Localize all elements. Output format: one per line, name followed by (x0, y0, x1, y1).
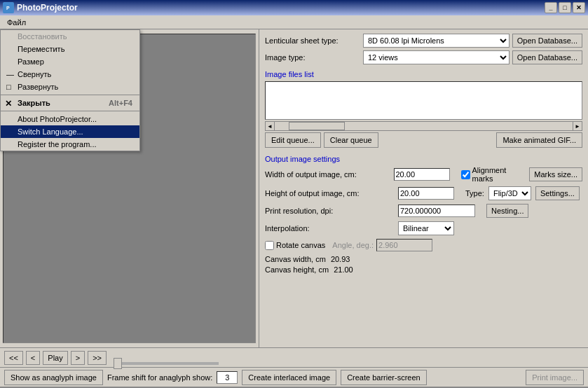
angle-label: Angle, deg.: (332, 241, 374, 249)
settings-button[interactable]: Settings... (535, 186, 580, 200)
width-row: Width of output image, cm: Alignment mar… (265, 166, 582, 183)
dropdown-item-move[interactable]: Переместить (1, 43, 139, 55)
frame-shift-label: Frame shift for anaglyph show: (107, 373, 212, 382)
interpolation-select[interactable]: Bilinear (398, 221, 454, 235)
frame-shift-input[interactable] (217, 371, 238, 384)
nesting-button[interactable]: Nesting... (486, 204, 528, 218)
print-image-button[interactable]: Print image... (526, 370, 584, 385)
dropdown-menu: Восстановить Переместить Размер — Сверну… (0, 29, 140, 151)
dropdown-item-size[interactable]: Размер (1, 55, 139, 68)
play-button[interactable]: Play (43, 351, 67, 365)
scroll-left-btn[interactable]: ◄ (265, 121, 275, 131)
open-db1-button[interactable]: Open Database... (512, 34, 582, 48)
svg-text:P: P (6, 6, 10, 11)
alignment-row: Alignment marks Marks size... (461, 166, 583, 183)
canvas-width-info: Canvas width, cm 20.93 (265, 255, 582, 263)
alignment-label: Alignment marks (472, 166, 526, 183)
edit-queue-button[interactable]: Edit queue... (265, 132, 321, 148)
resolution-row: Print resolution, dpi: Nesting... (265, 204, 582, 218)
separator-1 (1, 95, 139, 95)
rotate-checkbox-label[interactable]: Rotate canvas (265, 241, 325, 250)
resolution-label: Print resolution, dpi: (265, 207, 398, 215)
restore-button[interactable]: □ (559, 2, 571, 13)
dropdown-item-register[interactable]: Register the program... (1, 138, 139, 151)
height-row: Height of output image, cm: Type: Flip/3… (265, 186, 582, 200)
action-bar: Show as anaglyph image Frame shift for a… (0, 367, 588, 387)
width-label: Width of output image, cm: (265, 170, 394, 179)
horiz-scrollbar[interactable]: ◄ ► (265, 121, 582, 131)
dropdown-item-minimize[interactable]: — Свернуть (1, 68, 139, 81)
rotate-row: Rotate canvas Angle, deg.: (265, 239, 582, 251)
show-anaglyph-button[interactable]: Show as anaglyph image (4, 370, 103, 385)
forward-button[interactable]: > (71, 351, 85, 365)
width-input[interactable] (394, 168, 450, 181)
separator-2 (1, 111, 139, 111)
dropdown-item-switch-language[interactable]: Switch Language... (1, 125, 139, 138)
alignment-checkbox-label[interactable]: Alignment marks (461, 166, 526, 183)
create-interlaced-button[interactable]: Create interlaced image (242, 370, 336, 385)
create-barrier-button[interactable]: Create barrier-screen (341, 370, 427, 385)
height-label: Height of output image, cm: (265, 189, 398, 198)
dropdown-item-restore[interactable]: Восстановить (1, 30, 139, 43)
interpolation-label: Interpolation: (265, 224, 398, 233)
slider-thumb[interactable] (114, 358, 122, 369)
height-input[interactable] (398, 187, 454, 200)
alignment-checkbox[interactable] (461, 170, 470, 179)
interpolation-row: Interpolation: Bilinear (265, 221, 582, 235)
lenticular-select[interactable]: 8D 60.08 lpi Microlens (363, 34, 510, 48)
close-button[interactable]: ✕ (573, 2, 585, 13)
scroll-thumb[interactable] (289, 122, 345, 130)
image-type-row: Image type: 12 views Open Database... (265, 50, 582, 64)
canvas-height-info: Canvas height, cm 21.00 (265, 265, 582, 274)
open-db2-button[interactable]: Open Database... (512, 50, 582, 64)
output-title: Output image settings (265, 155, 582, 163)
menu-bar: Файл Восстановить Переместить Размер — С… (0, 15, 588, 29)
app-icon: P (3, 2, 14, 13)
minimize-button[interactable]: _ (545, 2, 557, 13)
type-row: Type: Flip/3D Settings... (465, 186, 580, 200)
marks-size-button[interactable]: Marks size... (529, 167, 582, 181)
image-type-select[interactable]: 12 views (363, 50, 510, 64)
nesting-row: Nesting... (486, 204, 528, 218)
files-list-buttons: Edit queue... Clear queue Make animated … (265, 132, 582, 148)
menu-item-file[interactable]: Файл (3, 17, 30, 28)
type-select[interactable]: Flip/3D (488, 186, 531, 200)
scroll-right-btn[interactable]: ► (573, 121, 582, 131)
image-type-label: Image type: (265, 53, 363, 62)
make-gif-button[interactable]: Make animated GIF... (496, 132, 582, 148)
rewind-button[interactable]: < (26, 351, 40, 365)
playback-bar: << < Play > >> (0, 347, 588, 367)
dropdown-item-maximize[interactable]: □ Развернуть (1, 81, 139, 93)
rotate-checkbox[interactable] (265, 241, 274, 250)
window-title: PhotoProjector (17, 3, 78, 13)
rotate-label: Rotate canvas (276, 241, 325, 249)
angle-input[interactable] (376, 239, 432, 251)
type-label: Type: (465, 189, 484, 198)
lenticular-label: Lenticular sheet type: (265, 36, 363, 45)
dropdown-item-about[interactable]: About PhotoProjector... (1, 113, 139, 125)
lenticular-row: Lenticular sheet type: 8D 60.08 lpi Micr… (265, 34, 582, 48)
dropdown-item-close[interactable]: ✕ Закрыть Alt+F4 (1, 97, 139, 109)
right-panel: Lenticular sheet type: 8D 60.08 lpi Micr… (259, 29, 588, 347)
files-list-title: Image files list (265, 70, 582, 78)
clear-queue-button[interactable]: Clear queue (324, 132, 378, 148)
resolution-input[interactable] (398, 205, 475, 217)
rewind-start-button[interactable]: << (4, 351, 23, 365)
forward-end-button[interactable]: >> (88, 351, 107, 365)
playback-slider[interactable] (114, 356, 219, 359)
title-bar: P PhotoProjector _ □ ✕ (0, 0, 588, 15)
files-list (265, 81, 582, 120)
